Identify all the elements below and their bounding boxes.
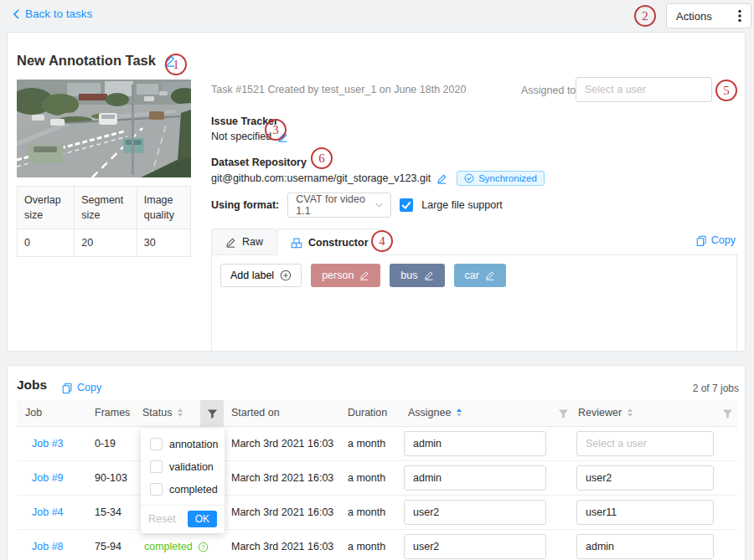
label-tag-car[interactable]: car	[454, 264, 506, 287]
funnel-icon	[207, 408, 218, 419]
checkbox-validation[interactable]	[150, 460, 163, 473]
reviewer-input[interactable]	[576, 500, 714, 525]
filter-option-annotation[interactable]: annotation	[141, 433, 225, 455]
task-preview-image	[17, 80, 191, 177]
funnel-icon	[558, 408, 569, 419]
jobs-count-label: 2 of 7 jobs	[675, 383, 739, 394]
job-link[interactable]: Job #3	[32, 438, 64, 450]
build-icon	[291, 237, 302, 249]
jobs-table-header: Job Frames Status Started on Duration As…	[17, 400, 737, 427]
col-frames: Frames	[95, 407, 130, 419]
param-value-quality: 30	[137, 229, 190, 257]
assignee-input[interactable]	[404, 534, 546, 559]
table-row: Job #4 15-34 March 3rd 2021 16:03 a mont…	[17, 496, 737, 530]
assigned-to-input[interactable]	[576, 77, 712, 102]
chevron-down-icon	[375, 203, 383, 208]
format-select[interactable]: CVAT for video 1.1	[287, 193, 391, 218]
annotation-marker-6: 6	[311, 147, 333, 169]
col-assignee[interactable]: Assignee	[408, 407, 462, 419]
back-to-tasks-link[interactable]: Back to tasks	[12, 8, 92, 20]
issue-tracker-value-text: Not specified	[211, 131, 271, 142]
large-file-support-label: Large file support	[421, 199, 503, 211]
question-circle-icon[interactable]: ?	[198, 542, 209, 552]
filter-reset-button[interactable]: Reset	[148, 513, 176, 525]
sort-status-icon[interactable]	[178, 408, 183, 417]
annotation-marker-2: 2	[634, 5, 656, 27]
col-status[interactable]: Status	[142, 407, 183, 419]
assignee-input[interactable]	[404, 431, 546, 456]
job-link[interactable]: Job #8	[32, 541, 64, 552]
plus-circle-icon	[280, 270, 292, 281]
pencil-icon	[225, 237, 236, 248]
annotation-marker-4: 4	[371, 230, 393, 252]
label-car-name: car	[465, 270, 479, 281]
labels-copy-button[interactable]: Copy	[696, 234, 736, 246]
col-reviewer-label: Reviewer	[578, 407, 622, 419]
job-frames: 0-19	[95, 438, 116, 450]
sort-reviewer-icon[interactable]	[627, 408, 633, 417]
job-started: March 3rd 2021 16:03	[231, 472, 333, 484]
table-row: Job #3 0-19 March 3rd 2021 16:03 a month	[17, 427, 737, 461]
param-header-segment: Segment size	[75, 187, 137, 229]
task-title: New Annotation Task	[17, 53, 176, 69]
param-header-overlap: Overlap size	[18, 187, 75, 229]
annotation-marker-1: 1	[165, 54, 187, 75]
col-started: Started on	[231, 407, 280, 419]
large-file-support-checkbox[interactable]	[400, 198, 413, 212]
col-status-label: Status	[142, 407, 172, 419]
export-format-row: Using format: CVAT for video 1.1 Large f…	[211, 193, 503, 218]
reviewer-input[interactable]	[576, 534, 714, 559]
reviewer-input[interactable]	[576, 431, 714, 456]
edit-label-icon[interactable]	[359, 270, 369, 280]
task-title-text: New Annotation Task	[17, 53, 156, 69]
table-row: Job #9 90-103 March 3rd 2021 16:03 a mon…	[17, 461, 737, 496]
format-selected-value: CVAT for video 1.1	[296, 193, 375, 217]
back-to-tasks-label: Back to tasks	[25, 8, 92, 20]
param-value-segment: 20	[75, 229, 137, 257]
tab-constructor-label: Constructor	[308, 237, 369, 249]
filter-ok-button[interactable]: OK	[188, 511, 217, 527]
col-job: Job	[25, 407, 42, 419]
filter-option-annotation-label: annotation	[169, 439, 218, 450]
checkbox-completed[interactable]	[150, 483, 163, 496]
assignee-input[interactable]	[404, 500, 546, 525]
edit-repository-icon[interactable]	[436, 173, 447, 184]
jobs-copy-label: Copy	[77, 382, 101, 393]
task-meta-text: Task #1521 Created by test_user_1 on Jun…	[211, 84, 466, 95]
task-params-table: Overlap size Segment size Image quality …	[17, 186, 191, 257]
col-duration: Duration	[348, 407, 387, 419]
add-label-button[interactable]: Add label	[220, 264, 302, 287]
assignee-input[interactable]	[404, 465, 546, 491]
job-frames: 90-103	[95, 472, 127, 484]
add-label-text: Add label	[230, 270, 274, 281]
label-tag-person[interactable]: person	[311, 264, 380, 287]
label-tag-bus[interactable]: bus	[390, 264, 444, 287]
col-reviewer[interactable]: Reviewer	[578, 407, 633, 419]
filter-status-button[interactable]	[200, 400, 224, 427]
filter-option-validation-label: validation	[169, 461, 214, 473]
status-filter-dropdown: annotation validation completed Reset OK	[141, 429, 225, 533]
checkbox-annotation[interactable]	[150, 438, 163, 450]
filter-option-completed-label: completed	[169, 484, 218, 496]
actions-button[interactable]: Actions	[666, 3, 751, 28]
filter-assignee-button[interactable]	[551, 400, 575, 427]
using-format-label: Using format:	[211, 199, 279, 211]
annotation-marker-3: 3	[265, 119, 287, 141]
job-link[interactable]: Job #9	[32, 472, 64, 484]
col-assignee-label: Assignee	[408, 407, 451, 419]
reviewer-input[interactable]	[576, 465, 714, 491]
tab-constructor[interactable]: Constructor	[276, 229, 383, 256]
edit-label-icon[interactable]	[485, 270, 495, 280]
jobs-copy-button[interactable]: Copy	[62, 382, 101, 393]
filter-option-completed[interactable]: completed	[141, 478, 225, 501]
tab-raw[interactable]: Raw	[211, 229, 277, 255]
funnel-icon	[722, 408, 733, 419]
filter-option-validation[interactable]: validation	[141, 455, 225, 478]
job-duration: a month	[348, 438, 385, 450]
sort-assignee-icon[interactable]	[457, 408, 462, 417]
job-started: March 3rd 2021 16:03	[231, 506, 333, 518]
filter-reviewer-button[interactable]	[715, 400, 739, 427]
job-link[interactable]: Job #4	[32, 506, 64, 518]
sync-status-badge: Synchronized	[457, 171, 545, 186]
edit-label-icon[interactable]	[424, 270, 434, 280]
